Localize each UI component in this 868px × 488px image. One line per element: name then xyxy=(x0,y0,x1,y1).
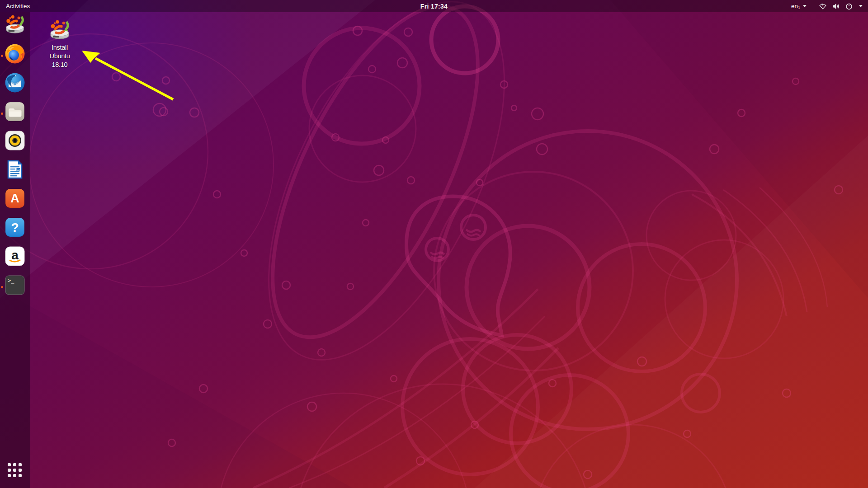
ubuntu-software-icon: A xyxy=(5,188,25,209)
dock-item-ubuntu-software[interactable]: A xyxy=(4,188,26,209)
clock-label: Fri 17:34 xyxy=(420,3,448,10)
power-icon[interactable] xyxy=(845,3,853,10)
dock-item-libreoffice-writer[interactable] xyxy=(4,159,26,180)
terminal-icon: >_ xyxy=(5,275,25,296)
dock-item-rhythmbox[interactable] xyxy=(4,130,26,151)
show-applications-button[interactable] xyxy=(8,463,22,478)
amazon-glyph: a xyxy=(11,248,19,262)
install-ubuntu-desktop-image xyxy=(49,19,71,41)
install-ubuntu-label: Install Ubuntu 18.10 xyxy=(45,43,74,69)
dock-item-files[interactable] xyxy=(4,101,26,122)
dock-item-amazon[interactable]: a xyxy=(4,245,26,267)
software-glyph: A xyxy=(10,192,19,205)
top-bar: Activities Fri 17:34 en 1 ? xyxy=(0,0,868,12)
clock[interactable]: Fri 17:34 xyxy=(420,0,448,12)
keyboard-layout-index: 1 xyxy=(798,5,800,10)
keyboard-chevron-down-icon xyxy=(803,5,807,7)
amazon-icon: a xyxy=(5,246,25,267)
svg-text:?: ? xyxy=(821,3,823,7)
dock-item-help[interactable]: ? xyxy=(4,216,26,238)
activities-label: Activities xyxy=(6,3,30,9)
activities-button[interactable]: Activities xyxy=(0,0,36,12)
firefox-icon xyxy=(5,43,25,64)
volume-icon[interactable] xyxy=(832,3,840,10)
rhythmbox-icon xyxy=(5,130,25,151)
help-glyph: ? xyxy=(11,221,19,235)
dock-item-thunderbird[interactable] xyxy=(4,72,26,94)
help-icon: ? xyxy=(5,217,25,238)
running-indicator-firefox xyxy=(1,55,3,57)
network-unknown-icon[interactable]: ? xyxy=(819,3,827,10)
wallpaper-cuttlefish-art xyxy=(0,0,868,488)
dock-item-terminal[interactable]: >_ xyxy=(4,274,26,296)
install-ubuntu-icon xyxy=(5,14,25,35)
system-indicators[interactable]: en 1 ? xyxy=(791,0,868,12)
desktop-wallpaper xyxy=(0,0,868,488)
dock-item-firefox[interactable] xyxy=(4,43,26,65)
keyboard-layout-indicator[interactable]: en 1 xyxy=(791,3,800,10)
install-ubuntu-desktop-icon[interactable]: Install Ubuntu 18.10 xyxy=(45,19,74,69)
files-icon xyxy=(5,101,25,122)
dock-item-install-ubuntu[interactable] xyxy=(4,14,26,36)
running-indicator-files xyxy=(1,113,3,115)
system-menu-chevron-down-icon xyxy=(859,5,863,7)
running-indicator-terminal xyxy=(1,286,3,288)
keyboard-layout-label: en xyxy=(791,3,798,9)
thunderbird-icon xyxy=(5,72,25,93)
dock: A ? a >_ xyxy=(0,12,30,488)
libreoffice-writer-icon xyxy=(5,159,25,180)
terminal-glyph: >_ xyxy=(8,277,14,284)
